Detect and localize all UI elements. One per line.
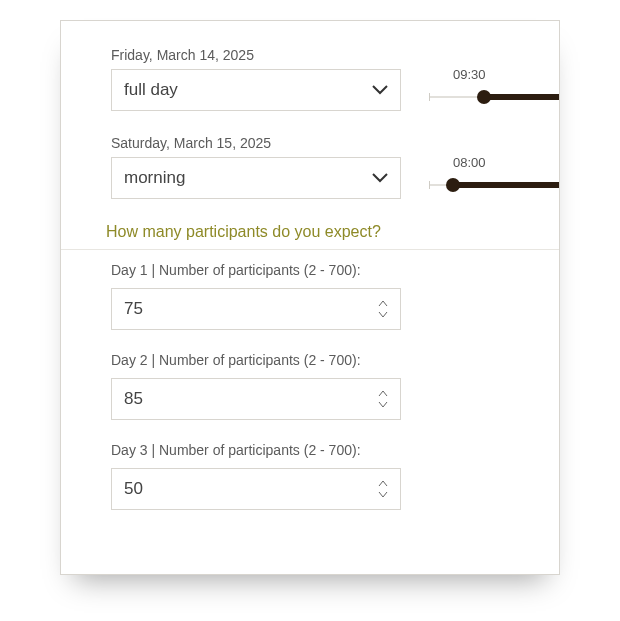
slider-fill (453, 182, 560, 188)
form-card: Friday, March 14, 2025 full day 09:30 (60, 20, 560, 575)
quantity-stepper[interactable] (378, 300, 390, 318)
stepper-down-icon (378, 401, 388, 408)
participants-heading: How many participants do you expect? (106, 223, 559, 241)
participant-label: Day 1 | Number of participants (2 - 700)… (111, 262, 559, 278)
stepper-up-icon (378, 480, 388, 487)
time-label: 09:30 (453, 67, 486, 82)
participant-block-2: Day 2 | Number of participants (2 - 700)… (111, 352, 559, 420)
participant-label: Day 3 | Number of participants (2 - 700)… (111, 442, 559, 458)
slider-fill (484, 94, 560, 100)
time-label: 08:00 (453, 155, 486, 170)
participant-block-3: Day 3 | Number of participants (2 - 700)… (111, 442, 559, 510)
participant-input[interactable]: 75 (111, 288, 401, 330)
day-slot-select[interactable]: morning (111, 157, 401, 199)
slider-handle[interactable] (477, 90, 491, 104)
slider-handle[interactable] (446, 178, 460, 192)
participant-value: 50 (124, 479, 143, 499)
day-slot-value: morning (124, 168, 185, 188)
time-slider[interactable] (429, 92, 560, 106)
date-label: Friday, March 14, 2025 (111, 47, 559, 63)
participant-label: Day 2 | Number of participants (2 - 700)… (111, 352, 559, 368)
date-label: Saturday, March 15, 2025 (111, 135, 559, 151)
participant-block-1: Day 1 | Number of participants (2 - 700)… (111, 262, 559, 330)
stepper-up-icon (378, 300, 388, 307)
quantity-stepper[interactable] (378, 480, 390, 498)
day-block-1: Friday, March 14, 2025 full day 09:30 (111, 47, 559, 111)
day-row: full day 09:30 (111, 69, 559, 111)
chevron-down-icon (372, 85, 388, 95)
participant-input[interactable]: 85 (111, 378, 401, 420)
stepper-down-icon (378, 311, 388, 318)
day-block-2: Saturday, March 15, 2025 morning 08:00 (111, 135, 559, 199)
stepper-down-icon (378, 491, 388, 498)
chevron-down-icon (372, 173, 388, 183)
day-slot-select[interactable]: full day (111, 69, 401, 111)
time-column: 09:30 (429, 69, 559, 111)
day-row: morning 08:00 (111, 157, 559, 199)
time-slider[interactable] (429, 180, 560, 194)
time-column: 08:00 (429, 157, 559, 199)
day-slot-value: full day (124, 80, 178, 100)
participant-value: 85 (124, 389, 143, 409)
participant-input[interactable]: 50 (111, 468, 401, 510)
section-divider (61, 249, 559, 250)
participant-value: 75 (124, 299, 143, 319)
stepper-up-icon (378, 390, 388, 397)
quantity-stepper[interactable] (378, 390, 390, 408)
